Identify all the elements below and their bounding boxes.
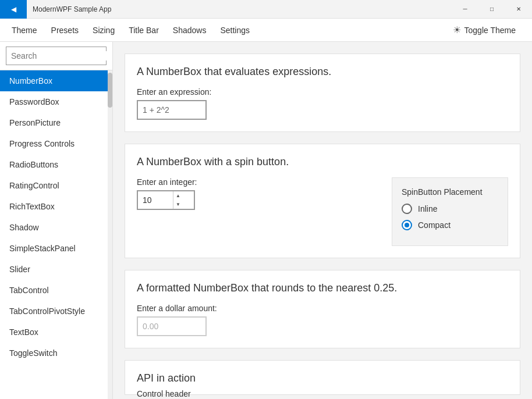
- section3-label: Enter a dollar amount:: [137, 304, 508, 313]
- window-controls: ─ □ ✕: [452, 0, 532, 19]
- menu-titlebar[interactable]: Title Bar: [122, 21, 166, 40]
- sidebar-item-textbox[interactable]: TextBox: [0, 322, 112, 343]
- section2-label: Enter an integer:: [137, 177, 380, 187]
- title-bar: ◀ ModernWPF Sample App ─ □ ✕: [0, 0, 532, 19]
- section2-panel: A NumberBox with a spin button. Enter an…: [125, 144, 520, 258]
- radio-inline[interactable]: Inline: [402, 204, 498, 214]
- section4-panel: API in action Control header: [125, 360, 520, 395]
- sidebar-item-personpicture[interactable]: PersonPicture: [0, 112, 112, 133]
- menu-settings[interactable]: Settings: [213, 21, 257, 40]
- sidebar-item-slider[interactable]: Slider: [0, 259, 112, 280]
- toggle-theme-label: Toggle Theme: [464, 26, 516, 35]
- minimize-button[interactable]: ─: [452, 0, 478, 19]
- menu-presets[interactable]: Presets: [44, 21, 86, 40]
- menu-theme[interactable]: Theme: [5, 21, 44, 40]
- section1-title: A NumberBox that evaluates expressions.: [137, 66, 508, 78]
- spin-arrows: ▲ ▼: [173, 191, 183, 209]
- spin-field: Enter an integer: ▲ ▼: [137, 177, 380, 210]
- spin-down-button[interactable]: ▼: [173, 200, 183, 209]
- back-button[interactable]: ◀: [0, 0, 27, 19]
- toggle-theme-button[interactable]: ☀ Toggle Theme: [446, 21, 523, 39]
- sidebar-item-radiobuttons[interactable]: RadioButtons: [0, 154, 112, 175]
- section3-title: A formatted NumberBox that rounds to the…: [137, 282, 508, 294]
- app-title: ModernWPF Sample App: [27, 5, 452, 13]
- expression-input[interactable]: [137, 100, 207, 120]
- section2-title: A NumberBox with a spin button.: [137, 156, 508, 168]
- sidebar-item-ratingcontrol[interactable]: RatingControl: [0, 175, 112, 196]
- theme-icon: ☀: [453, 24, 461, 35]
- section4-label: Control header: [137, 389, 508, 398]
- sidebar-item-simplestackpanel[interactable]: SimpleStackPanel: [0, 238, 112, 259]
- sidebar-list: NumberBox PasswordBox PersonPicture Prog…: [0, 70, 112, 399]
- back-icon: ◀: [11, 5, 16, 13]
- spin-placement-panel: SpinButton Placement Inline Compact: [392, 177, 508, 246]
- sidebar-scrollbar-thumb[interactable]: [108, 73, 112, 108]
- section4-title: API in action: [137, 372, 508, 384]
- sidebar: 🔍 NumberBox PasswordBox PersonPicture Pr…: [0, 42, 113, 399]
- menu-bar: Theme Presets Sizing Title Bar Shadows S…: [0, 19, 532, 42]
- spin-placement-title: SpinButton Placement: [402, 187, 498, 197]
- spin-section: Enter an integer: ▲ ▼ SpinButton Placeme…: [137, 177, 508, 246]
- menu-bar-right: ☀ Toggle Theme: [446, 21, 527, 39]
- integer-input[interactable]: [138, 195, 173, 205]
- section1-label: Enter an expression:: [137, 87, 508, 97]
- sidebar-item-tabcontrol[interactable]: TabControl: [0, 280, 112, 301]
- search-box[interactable]: 🔍: [6, 47, 107, 65]
- radio-compact-circle[interactable]: [402, 220, 412, 230]
- menu-sizing[interactable]: Sizing: [86, 21, 122, 40]
- sidebar-item-numberbox[interactable]: NumberBox: [0, 70, 112, 91]
- sidebar-item-richtextbox[interactable]: RichTextBox: [0, 196, 112, 217]
- content-area: A NumberBox that evaluates expressions. …: [113, 42, 532, 399]
- spin-up-button[interactable]: ▲: [173, 191, 183, 200]
- integer-input-wrapper: ▲ ▼: [137, 190, 195, 210]
- sidebar-search-area: 🔍: [0, 42, 112, 70]
- radio-compact-label: Compact: [418, 220, 451, 230]
- radio-inline-label: Inline: [418, 204, 437, 213]
- search-input[interactable]: [11, 51, 113, 60]
- section1-panel: A NumberBox that evaluates expressions. …: [125, 54, 520, 132]
- sidebar-item-toggleswitch[interactable]: ToggleSwitch: [0, 343, 112, 364]
- radio-compact[interactable]: Compact: [402, 220, 498, 230]
- dollar-input[interactable]: [137, 316, 207, 336]
- sidebar-item-passwordbox[interactable]: PasswordBox: [0, 91, 112, 112]
- menu-shadows[interactable]: Shadows: [166, 21, 214, 40]
- radio-inline-circle[interactable]: [402, 204, 412, 214]
- sidebar-item-progress-controls[interactable]: Progress Controls: [0, 133, 112, 154]
- maximize-button[interactable]: □: [478, 0, 505, 19]
- sidebar-scrollbar-track: [108, 70, 112, 399]
- close-button[interactable]: ✕: [505, 0, 532, 19]
- section3-panel: A formatted NumberBox that rounds to the…: [125, 270, 520, 348]
- sidebar-item-shadow[interactable]: Shadow: [0, 217, 112, 238]
- sidebar-item-tabcontrolpivotstyle[interactable]: TabControlPivotStyle: [0, 301, 112, 322]
- app-body: 🔍 NumberBox PasswordBox PersonPicture Pr…: [0, 42, 532, 399]
